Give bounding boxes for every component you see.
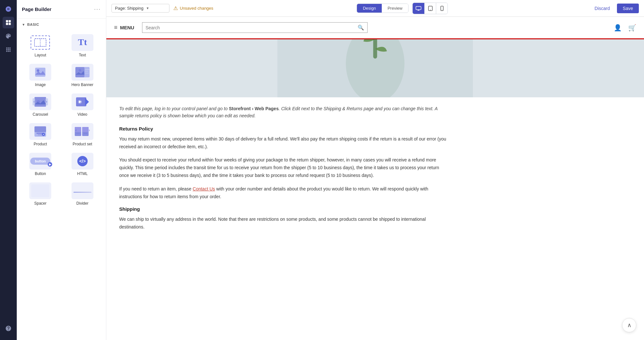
video-label: Video [78,112,87,117]
page-selector[interactable]: Page: Shipping ▼ [111,4,169,13]
text-label: Text [79,53,86,57]
cart-icon[interactable]: 🛒 [628,24,636,32]
widget-html[interactable]: </> HTML [62,149,104,179]
svg-rect-2 [6,23,8,25]
viewport-toggle [412,3,448,14]
logo-icon[interactable] [3,3,14,15]
page-text-content: To edit this page, log in to your contro… [106,97,461,245]
carousel-icon: ‹ › [29,93,51,110]
user-icon[interactable]: 👤 [614,24,622,32]
svg-point-11 [79,69,81,72]
layout-label: Layout [34,53,46,57]
svg-rect-13 [85,71,88,72]
unsaved-changes-label: Unsaved changes [180,6,213,11]
unsaved-changes-badge: ⚠ Unsaved changes [173,5,213,11]
widget-layout[interactable]: Layout [19,30,62,60]
preview-frame: ≡ MENU 🔍 👤 🛒 [106,17,644,340]
mobile-view-button[interactable] [436,3,447,14]
widget-button[interactable]: button ▶ Button [19,149,62,179]
productset-label: Product set [72,142,92,146]
design-preview-toggle: Design Preview [357,4,409,13]
store-header: ≡ MENU 🔍 👤 🛒 [106,17,644,39]
topbar: Page: Shipping ▼ ⚠ Unsaved changes Desig… [106,0,644,17]
button-label: Button [35,171,46,176]
preview-area[interactable]: ≡ MENU 🔍 👤 🛒 [106,17,644,340]
sidebar-options-button[interactable]: ··· [94,6,101,13]
theme-nav-icon[interactable] [3,30,14,42]
widget-text[interactable]: Tt Text [62,30,104,60]
layout-icon [29,34,51,51]
chevron-down-icon: ▼ [146,6,149,10]
hamburger-icon: ≡ [114,24,118,31]
view-toggle-group: Design Preview [217,3,588,14]
hero-icon [72,64,93,81]
svg-rect-42 [416,6,421,10]
widget-spacer[interactable]: Spacer [19,179,62,208]
search-input[interactable] [146,25,355,30]
svg-rect-1 [9,20,11,23]
page-selector-label: Page: Shipping [115,6,143,11]
svg-rect-27 [34,126,46,132]
carousel-label: Carousel [33,112,48,117]
sidebar-title: Page Builder [22,6,52,12]
help-nav-icon[interactable] [3,323,14,334]
product-icon: + [29,123,51,140]
design-button[interactable]: Design [357,4,381,13]
html-label: HTML [77,171,88,176]
widget-carousel[interactable]: ‹ › Carousel [19,90,62,119]
left-navigation [0,0,17,340]
widget-video[interactable]: Video [62,90,104,119]
svg-text:‹: ‹ [34,100,34,103]
discard-button[interactable]: Discard [591,4,613,13]
svg-rect-14 [85,73,89,73]
divider-label: Divider [76,201,88,206]
widget-image[interactable]: Image [19,60,62,90]
sidebar: Page Builder ··· ▼ BASIC Layout Tt [17,0,106,340]
store-header-right: 👤 🛒 [614,24,636,32]
svg-rect-34 [76,133,80,134]
contact-us-link[interactable]: Contact Us [193,186,215,191]
svg-text:</>: </> [79,159,86,164]
tablet-view-button[interactable] [424,3,436,14]
search-icon: 🔍 [358,24,364,31]
widget-productset[interactable]: ‹ › Product set [62,119,104,149]
returns-paragraph-1: You may return most new, unopened items … [119,135,448,151]
returns-heading: Returns Policy [119,126,448,131]
video-icon [72,93,93,110]
hero-image [106,39,644,97]
svg-rect-12 [85,69,90,70]
warning-icon: ⚠ [173,5,178,11]
save-button[interactable]: Save [617,4,639,13]
productset-icon: ‹ › [72,123,93,140]
svg-rect-0 [6,20,8,23]
pages-nav-icon[interactable] [3,17,14,28]
svg-marker-23 [85,98,89,106]
text-icon: Tt [72,34,93,51]
html-icon: </> [72,153,93,170]
widget-grid: Layout Tt Text Image [17,29,106,212]
apps-nav-icon[interactable] [3,44,14,55]
scroll-to-top-button[interactable]: ∧ [622,318,636,332]
button-icon: button ▶ [29,153,51,170]
preview-button[interactable]: Preview [382,4,408,13]
returns-p3-before: If you need to return an item, please [119,186,193,191]
svg-text:Tt: Tt [78,37,87,47]
edit-notice: To edit this page, log in to your contro… [119,105,448,120]
divider-icon [72,182,93,199]
svg-point-46 [430,10,431,10]
storefront-bold: Storefront › Web Pages [229,106,279,111]
widget-product[interactable]: + Product [19,119,62,149]
widget-hero[interactable]: Hero Banner [62,60,104,90]
returns-paragraph-2: You should expect to receive your refund… [119,156,448,179]
svg-point-48 [442,10,442,10]
widget-divider[interactable]: Divider [62,179,104,208]
svg-rect-37 [83,133,87,134]
svg-text:›: › [89,128,90,132]
shipping-heading: Shipping [119,206,448,212]
svg-rect-3 [9,23,11,25]
search-bar[interactable]: 🔍 [142,22,368,33]
topbar-actions: Discard Save [591,4,639,13]
image-icon [29,64,51,81]
store-menu[interactable]: ≡ MENU [114,24,134,31]
desktop-view-button[interactable] [413,3,424,14]
